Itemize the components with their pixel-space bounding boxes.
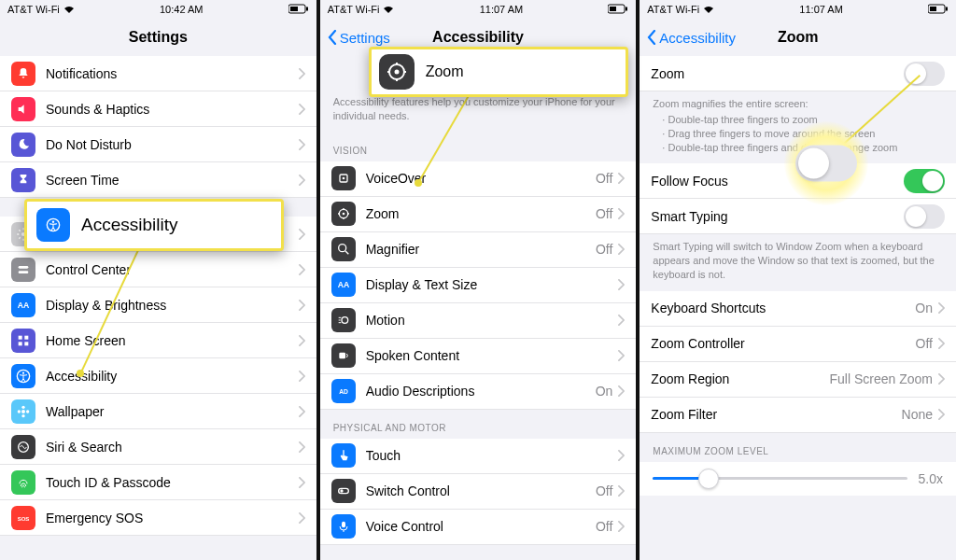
row-value: Off	[596, 242, 612, 257]
smart-typing-description: Smart Typing will switch to Window Zoom …	[640, 234, 956, 291]
chevron-right-icon	[299, 512, 305, 524]
chevron-right-icon	[618, 385, 625, 397]
aa-icon: AA	[11, 293, 35, 317]
svg-text:AA: AA	[337, 281, 349, 290]
zoom-desc-item: Double-tap three fingers to zoom	[662, 113, 943, 127]
chevron-right-icon	[618, 208, 625, 219]
max-zoom-slider-row[interactable]: 5.0x	[640, 462, 956, 496]
row-label: Siri & Search	[46, 440, 299, 455]
row-label: Sounds & Haptics	[46, 102, 299, 117]
svg-rect-41	[930, 7, 936, 11]
svg-point-35	[340, 490, 343, 493]
row-touch[interactable]: Touch	[320, 439, 637, 474]
voice-icon	[331, 514, 356, 539]
row-label: Switch Control	[366, 483, 596, 498]
page-title: Settings	[129, 29, 188, 46]
switches-icon	[11, 258, 35, 282]
row-voiceover[interactable]: VoiceOverOff	[320, 161, 637, 197]
zoom-toggle-row[interactable]: Zoom	[640, 56, 956, 91]
row-label: Voice Control	[366, 519, 596, 534]
back-button[interactable]: Settings	[328, 30, 390, 46]
zoom-toggle[interactable]	[904, 62, 945, 86]
row-siri-search[interactable]: Siri & Search	[0, 429, 316, 465]
row-display-text-size[interactable]: AADisplay & Text Size	[320, 268, 637, 303]
zoom-label: Zoom	[651, 66, 904, 81]
svg-rect-4	[19, 266, 29, 269]
magnifier-icon	[331, 237, 356, 261]
svg-point-16	[18, 410, 21, 413]
row-value: Full Screen Zoom	[830, 371, 933, 386]
row-notifications[interactable]: Notifications	[0, 56, 316, 91]
row-keyboard-shortcuts[interactable]: Keyboard ShortcutsOn	[640, 291, 956, 327]
svg-rect-7	[19, 335, 22, 339]
row-switch-control[interactable]: Switch ControlOff	[320, 474, 637, 510]
row-label: Emergency SOS	[46, 511, 299, 525]
svg-rect-10	[24, 342, 28, 345]
screen-accessibility: AT&T Wi-Fi 11:07 AM Settings Accessibili…	[320, 0, 640, 560]
battery-icon	[288, 4, 309, 16]
chevron-right-icon	[299, 139, 305, 150]
smart-typing-toggle[interactable]	[904, 204, 945, 229]
row-zoom-filter[interactable]: Zoom FilterNone	[640, 398, 956, 433]
row-zoom-controller[interactable]: Zoom ControllerOff	[640, 327, 956, 362]
row-general[interactable]: General	[0, 217, 316, 252]
row-emergency-sos[interactable]: SOSEmergency SOS	[0, 500, 316, 536]
hourglass-icon	[11, 168, 35, 192]
spoken-icon	[331, 343, 356, 368]
row-motion[interactable]: Motion	[320, 303, 637, 339]
row-label: Zoom Region	[651, 371, 829, 386]
chevron-right-icon	[618, 450, 625, 461]
row-zoom-region[interactable]: Zoom RegionFull Screen Zoom	[640, 362, 956, 398]
row-label: Home Screen	[46, 333, 299, 348]
svg-point-28	[342, 213, 344, 216]
max-zoom-value: 5.0x	[919, 471, 943, 486]
page-title: Accessibility	[432, 29, 524, 46]
row-label: Zoom	[366, 206, 596, 221]
fingerprint-icon	[11, 470, 35, 495]
follow-focus-toggle[interactable]	[904, 169, 945, 193]
max-zoom-slider[interactable]	[653, 468, 907, 490]
row-wallpaper[interactable]: Wallpaper	[0, 394, 316, 429]
row-touch-id-passcode[interactable]: Touch ID & Passcode	[0, 465, 316, 500]
row-sounds-haptics[interactable]: Sounds & Haptics	[0, 91, 316, 127]
row-screen-time[interactable]: Screen Time	[0, 162, 316, 198]
row-label: Do Not Disturb	[46, 137, 299, 152]
row-audio-descriptions[interactable]: ADAudio DescriptionsOn	[320, 374, 637, 410]
row-do-not-disturb[interactable]: Do Not Disturb	[0, 127, 316, 162]
smart-typing-row[interactable]: Smart Typing	[640, 199, 956, 234]
row-label: Touch	[366, 448, 619, 463]
sos-icon: SOS	[11, 506, 35, 530]
row-voice-control[interactable]: Voice ControlOff	[320, 510, 637, 545]
moon-icon	[11, 133, 35, 157]
row-magnifier[interactable]: MagnifierOff	[320, 232, 637, 268]
row-display-brightness[interactable]: AADisplay & Brightness	[0, 287, 316, 323]
row-value: On	[596, 384, 613, 399]
nav-bar: Accessibility Zoom	[640, 19, 956, 56]
chevron-right-icon	[618, 315, 625, 326]
svg-rect-23	[626, 7, 627, 10]
row-label: Display & Brightness	[46, 298, 299, 313]
battery-icon	[928, 4, 949, 16]
chevron-right-icon	[618, 485, 625, 497]
row-label: Accessibility	[46, 369, 299, 384]
row-label: VoiceOver	[366, 171, 596, 186]
row-accessibility[interactable]: Accessibility	[0, 358, 316, 394]
chevron-right-icon	[299, 335, 305, 346]
chevron-right-icon	[299, 264, 305, 275]
svg-point-29	[338, 245, 345, 252]
follow-focus-row[interactable]: Follow Focus	[640, 163, 956, 199]
back-button[interactable]: Accessibility	[647, 30, 736, 46]
row-zoom[interactable]: ZoomOff	[320, 197, 637, 232]
row-control-center[interactable]: Control Center	[0, 252, 316, 287]
row-home-screen[interactable]: Home Screen	[0, 323, 316, 358]
voiceover-icon	[331, 166, 356, 190]
row-spoken-content[interactable]: Spoken Content	[320, 339, 637, 374]
speaker-icon	[11, 97, 35, 121]
row-value: Off	[596, 206, 612, 221]
clock: 11:07 AM	[480, 4, 523, 15]
chevron-right-icon	[299, 68, 305, 79]
svg-point-13	[21, 410, 25, 413]
intro-text: Accessibility features help you customiz…	[320, 56, 637, 133]
chevron-right-icon	[299, 371, 305, 382]
row-label: Motion	[366, 313, 619, 328]
